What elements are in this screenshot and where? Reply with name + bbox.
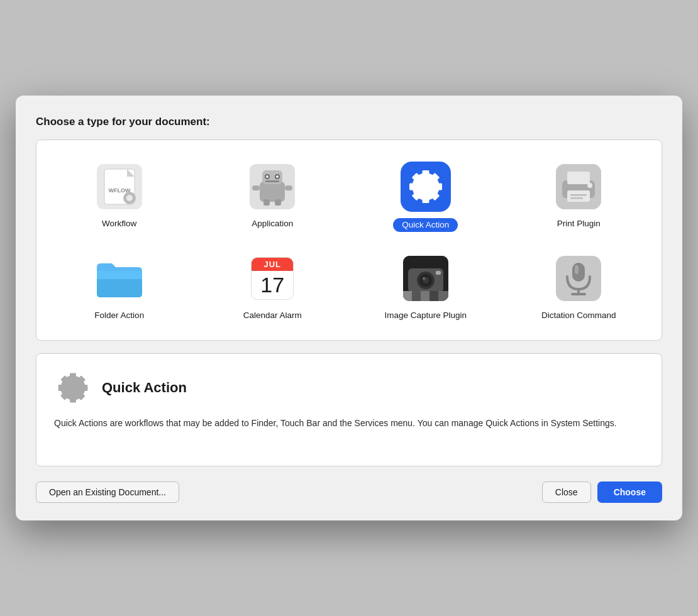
choose-button[interactable]: Choose — [597, 481, 662, 503]
svg-rect-21 — [570, 194, 587, 196]
application-label: Application — [252, 218, 293, 229]
svg-point-23 — [587, 183, 592, 188]
image-capture-icon-wrapper — [401, 253, 451, 304]
quick-action-icon-wrapper — [401, 162, 451, 212]
image-capture-icon — [403, 256, 448, 301]
svg-rect-6 — [260, 182, 285, 202]
grid-item-print-plugin[interactable]: Print Plugin — [502, 153, 656, 238]
image-capture-label: Image Capture Plugin — [384, 310, 467, 321]
grid-item-workflow[interactable]: WFLOW Workflow — [43, 153, 196, 238]
svg-point-10 — [266, 175, 269, 178]
grid-item-image-capture[interactable]: Image Capture Plugin — [349, 245, 502, 327]
svg-rect-13 — [252, 185, 260, 190]
workflow-icon: WFLOW — [97, 164, 142, 209]
svg-rect-22 — [570, 197, 583, 199]
calendar-month: JUL — [252, 258, 293, 271]
print-plugin-label: Print Plugin — [557, 218, 601, 229]
action-buttons: Close Choose — [542, 481, 662, 503]
open-existing-button[interactable]: Open an Existing Document... — [36, 481, 179, 503]
workflow-label: Workflow — [102, 218, 136, 229]
svg-rect-16 — [275, 199, 281, 206]
svg-point-30 — [423, 277, 425, 280]
quick-action-gear-icon — [403, 164, 448, 209]
close-button[interactable]: Close — [542, 481, 591, 503]
dictation-command-icon — [556, 256, 601, 301]
svg-rect-40 — [575, 265, 579, 274]
calendar-alarm-label: Calendar Alarm — [243, 310, 302, 321]
dictation-command-label: Dictation Command — [541, 310, 616, 321]
svg-rect-36 — [438, 291, 448, 301]
svg-point-11 — [276, 175, 279, 178]
svg-rect-20 — [567, 190, 590, 202]
svg-rect-31 — [436, 271, 441, 275]
desc-header: Quick Action — [54, 369, 644, 407]
grid-item-calendar-alarm[interactable]: JUL 17 Calendar Alarm — [196, 245, 350, 327]
svg-point-4 — [126, 195, 133, 201]
grid-item-application[interactable]: Application — [196, 153, 350, 238]
workflow-icon-wrapper: WFLOW — [94, 162, 145, 212]
svg-rect-32 — [403, 291, 412, 301]
grid-item-dictation-command[interactable]: Dictation Command — [502, 245, 656, 327]
application-icon-wrapper — [247, 162, 297, 212]
application-icon — [250, 164, 295, 209]
svg-rect-33 — [412, 291, 421, 301]
svg-rect-14 — [285, 185, 292, 190]
grid-item-folder-action[interactable]: Folder Action — [43, 245, 196, 327]
folder-action-label: Folder Action — [94, 310, 144, 321]
svg-rect-34 — [421, 291, 429, 301]
calendar-alarm-icon-wrapper: JUL 17 — [247, 253, 297, 304]
svg-rect-35 — [429, 291, 438, 301]
dialog-title: Choose a type for your document: — [36, 116, 662, 128]
dialog-footer: Open an Existing Document... Close Choos… — [36, 481, 662, 503]
description-panel: Quick Action Quick Actions are workflows… — [36, 353, 662, 466]
quick-action-label: Quick Action — [393, 218, 458, 232]
desc-body: Quick Actions are workflows that may be … — [54, 417, 644, 430]
grid-item-quick-action[interactable]: Quick Action — [349, 153, 502, 238]
calendar-alarm-icon: JUL 17 — [251, 257, 294, 300]
desc-title: Quick Action — [102, 380, 187, 396]
desc-gear-icon — [54, 369, 92, 407]
svg-rect-19 — [567, 172, 590, 184]
folder-action-icon — [94, 257, 145, 300]
folder-action-icon-wrapper — [94, 253, 145, 304]
svg-rect-15 — [263, 199, 270, 206]
dictation-command-icon-wrapper — [553, 253, 604, 304]
print-plugin-icon — [556, 164, 601, 209]
calendar-day: 17 — [252, 271, 293, 299]
print-plugin-icon-wrapper — [553, 162, 604, 212]
type-grid: WFLOW Workflow — [36, 140, 662, 340]
svg-rect-12 — [265, 180, 279, 182]
dialog: Choose a type for your document: WFLOW — [16, 96, 682, 520]
